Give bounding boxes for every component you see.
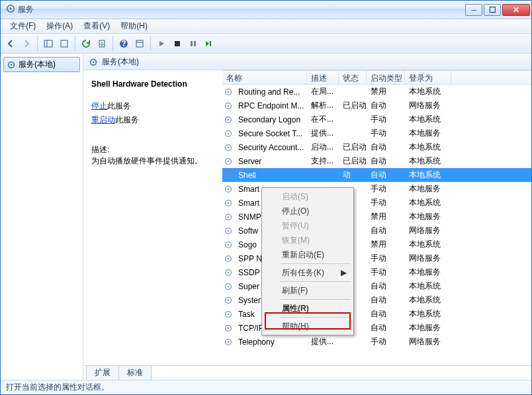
col-desc[interactable]: 描述: [307, 71, 339, 84]
restart-link[interactable]: 重启动: [91, 115, 115, 124]
svg-rect-4: [61, 40, 67, 47]
svc-name: RPC Endpoint M...: [234, 101, 307, 110]
menu-file[interactable]: 文件(F): [5, 19, 41, 33]
play-button[interactable]: [154, 36, 169, 51]
back-button[interactable]: [3, 36, 18, 51]
column-headers: 名称 描述 状态 启动类型 登录为: [222, 70, 531, 85]
toolbar-separator: [37, 36, 38, 51]
svg-point-37: [228, 216, 230, 218]
minimize-button[interactable]: ─: [465, 4, 482, 16]
svg-rect-13: [210, 41, 211, 46]
svc-startup: 禁用: [367, 86, 405, 97]
ctx-start[interactable]: 启动(S): [263, 189, 352, 204]
tab-extended[interactable]: 扩展: [86, 365, 119, 380]
gear-icon: [222, 143, 234, 152]
tab-standard[interactable]: 标准: [118, 365, 152, 380]
svc-status: 已启动: [339, 142, 367, 153]
col-startup[interactable]: 启动类型: [367, 71, 405, 84]
service-row[interactable]: Telephony提供...手动网络服务: [222, 335, 531, 349]
menu-view[interactable]: 查看(V): [78, 19, 115, 33]
svc-startup: 自动: [367, 225, 405, 236]
svc-startup: 手动: [367, 267, 405, 278]
export-button[interactable]: [57, 36, 71, 51]
gear-icon: [7, 60, 16, 69]
gear-icon: [89, 58, 98, 67]
service-row[interactable]: Server支持...已启动自动本地系统: [222, 154, 531, 168]
svc-name: Security Account...: [234, 143, 307, 152]
svg-rect-11: [191, 41, 193, 46]
show-hide-tree-button[interactable]: [41, 36, 56, 51]
svg-point-1: [9, 7, 12, 10]
svg-point-43: [228, 257, 230, 259]
forward-button[interactable]: [19, 36, 34, 51]
ctx-resume[interactable]: 恢复(M): [263, 233, 352, 247]
service-row[interactable]: Security Account...启动...已启动自动本地系统: [222, 140, 531, 154]
svc-desc: 提供...: [307, 128, 339, 139]
ctx-refresh[interactable]: 刷新(F): [263, 283, 352, 298]
tree-node-services-local[interactable]: 服务(本地): [3, 57, 80, 72]
context-menu: 启动(S) 停止(O) 暂停(U) 恢复(M) 重新启动(E) 所有任务(K)▶…: [261, 187, 354, 335]
svc-logon: 本地服务: [405, 267, 451, 278]
ctx-restart[interactable]: 重新启动(E): [263, 247, 352, 262]
svc-logon: 本地服务: [405, 211, 451, 222]
svc-logon: 本地系统: [405, 142, 451, 153]
service-row[interactable]: Routing and Re...在局...禁用本地系统: [222, 85, 531, 99]
svg-point-31: [228, 174, 230, 176]
export-list-button[interactable]: [95, 36, 109, 51]
restart-suffix: 此服务: [115, 115, 139, 124]
menu-help[interactable]: 帮助(H): [115, 19, 153, 33]
window-buttons: ─ ☐ ✕: [465, 4, 530, 16]
svc-logon: 本地系统: [405, 169, 451, 181]
service-row[interactable]: RPC Endpoint M...解析...已启动自动网络服务: [222, 99, 531, 112]
ctx-stop[interactable]: 停止(O): [263, 204, 352, 218]
gear-icon: [222, 337, 234, 347]
col-status[interactable]: 状态: [339, 71, 367, 84]
svg-text:?: ?: [121, 39, 126, 48]
svc-name: Server: [234, 157, 307, 166]
titlebar: 服务 ─ ☐ ✕: [1, 1, 531, 19]
gear-icon: [222, 282, 234, 291]
properties-button[interactable]: [132, 36, 147, 51]
svc-startup: 自动: [367, 100, 405, 111]
svc-startup: 手动: [367, 197, 405, 208]
pause-button[interactable]: [186, 36, 200, 51]
svc-status: 已启动: [339, 155, 367, 167]
gear-icon: [222, 157, 234, 166]
stop-button[interactable]: [170, 36, 185, 51]
help-button[interactable]: ?: [116, 36, 131, 51]
svc-startup: 禁用: [367, 211, 405, 222]
col-logon[interactable]: 登录为: [405, 71, 451, 84]
toolbar-separator: [150, 36, 151, 51]
col-name[interactable]: 名称: [222, 71, 307, 84]
toolbar-separator: [112, 36, 113, 51]
stop-link[interactable]: 停止: [91, 101, 107, 110]
detail-restart-row: 重启动此服务: [91, 114, 214, 126]
gear-icon: [222, 324, 234, 333]
service-row[interactable]: Shell动自动本地系统: [222, 168, 531, 182]
svg-rect-12: [194, 41, 196, 46]
gear-icon: [222, 240, 234, 249]
svg-point-27: [228, 146, 230, 148]
service-row[interactable]: Secure Socket T...提供...手动本地服务: [222, 126, 531, 140]
ctx-pause[interactable]: 暂停(U): [263, 218, 352, 233]
ctx-properties[interactable]: 属性(R): [263, 301, 352, 316]
restart-button[interactable]: [202, 36, 216, 51]
gear-icon: [222, 87, 234, 97]
right-header-label: 服务(本地): [102, 56, 139, 67]
ctx-separator: [281, 281, 351, 282]
refresh-button[interactable]: [79, 36, 93, 51]
service-row[interactable]: Secondary Logon在不...手动本地系统: [222, 112, 531, 126]
gear-icon: [222, 226, 234, 236]
ctx-separator: [281, 317, 351, 318]
svc-desc: 解析...: [307, 100, 339, 111]
close-button[interactable]: ✕: [502, 4, 530, 16]
ctx-help[interactable]: 帮助(H): [263, 319, 352, 333]
menu-action[interactable]: 操作(A): [41, 19, 78, 33]
maximize-button[interactable]: ☐: [484, 4, 501, 16]
svg-rect-8: [136, 40, 143, 47]
gear-icon: [222, 129, 234, 138]
ctx-all-tasks[interactable]: 所有任务(K)▶: [263, 265, 352, 280]
detail-pane: Shell Hardware Detection 停止此服务 重启动此服务 描述…: [83, 70, 222, 365]
svg-point-51: [228, 313, 230, 315]
services-icon: [6, 4, 15, 15]
